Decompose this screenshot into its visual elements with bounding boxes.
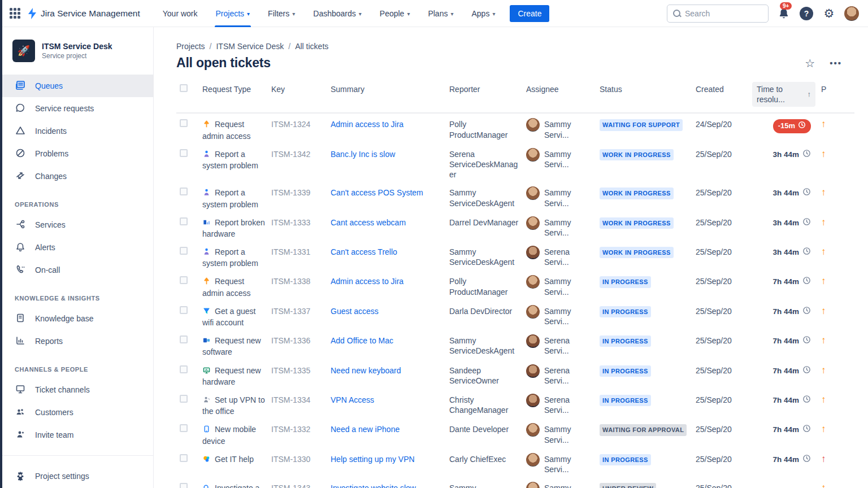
sidebar-item-alerts[interactable]: Alerts [2, 236, 153, 259]
sidebar-section-heading: OPERATIONS [2, 201, 153, 208]
nav-item-dashboards[interactable]: Dashboards ▾ [306, 0, 368, 27]
ticket-summary-link[interactable]: Admin access to Jira [331, 277, 403, 286]
search-input[interactable] [685, 9, 762, 18]
sidebar-item-queues[interactable]: Queues [2, 75, 153, 97]
status-badge[interactable]: WORK IN PROGRESS [600, 188, 674, 199]
ticket-summary-link[interactable]: Can't access POS System [331, 188, 423, 197]
column-header-p[interactable]: P [821, 84, 840, 94]
ticket-summary-link[interactable]: Investigate website slow response [331, 483, 416, 488]
row-checkbox[interactable] [180, 424, 188, 432]
ticket-summary-link[interactable]: Help setting up my VPN [331, 455, 415, 464]
column-header-reporter[interactable]: Reporter [449, 84, 526, 94]
table-row[interactable]: Report a system problem ITSM-1331 Can't … [176, 241, 854, 271]
sidebar-item-project-settings[interactable]: Project settings [2, 465, 153, 487]
ticket-summary-link[interactable]: Need a new iPhone [331, 425, 400, 434]
row-checkbox[interactable] [180, 454, 188, 462]
row-checkbox[interactable] [180, 395, 188, 403]
nav-item-projects[interactable]: Projects ▾ [209, 0, 257, 27]
ticket-summary-link[interactable]: Add Office to Mac [331, 336, 393, 345]
row-checkbox[interactable] [180, 483, 188, 488]
ticket-summary-link[interactable]: Banc.ly Inc is slow [331, 150, 395, 159]
app-logo[interactable]: Jira Service Management [27, 8, 140, 19]
project-header[interactable]: 🚀 ITSM Service Desk Service project [2, 40, 153, 62]
table-row[interactable]: Investigate a problem ITSM-1343 Investig… [176, 477, 854, 488]
row-checkbox[interactable] [180, 306, 188, 314]
breadcrumb-link[interactable]: Projects [176, 42, 205, 51]
sidebar-item-service-requests[interactable]: Service requests [2, 97, 153, 120]
status-badge[interactable]: IN PROGRESS [600, 365, 651, 377]
ticket-summary-link[interactable]: Can't access Trello [331, 247, 397, 256]
nav-item-apps[interactable]: Apps ▾ [465, 0, 502, 27]
status-badge[interactable]: IN PROGRESS [600, 395, 651, 406]
ticket-summary-link[interactable]: VPN Access [331, 395, 374, 404]
sidebar-item-on-call[interactable]: On-call [2, 259, 153, 281]
table-row[interactable]: Get a guest wifi account ITSM-1337 Guest… [176, 300, 854, 330]
ticket-summary-link[interactable]: Admin access to Jira [331, 120, 403, 129]
table-row[interactable]: Report broken hardware ITSM-1333 Cant ac… [176, 212, 854, 241]
sidebar-item-customers[interactable]: Customers [2, 401, 153, 424]
breadcrumb-link[interactable]: ITSM Service Desk [216, 42, 284, 51]
table-row[interactable]: Request admin access ITSM-1324 Admin acc… [176, 114, 854, 143]
nav-item-your-work[interactable]: Your work [156, 0, 205, 27]
table-row[interactable]: Request new hardware ITSM-1335 Need new … [176, 360, 854, 389]
nav-item-filters[interactable]: Filters ▾ [261, 0, 302, 27]
row-checkbox[interactable] [180, 336, 188, 343]
select-all-checkbox[interactable] [180, 84, 188, 92]
table-row[interactable]: Report a system problem ITSM-1342 Banc.l… [176, 143, 854, 182]
column-header-time-to-resolu-[interactable]: Time to resolu...↑ [752, 84, 821, 107]
ticket-summary-link[interactable]: Need new keyboard [331, 366, 401, 375]
table-row[interactable]: Get IT help ITSM-1330 Help setting up my… [176, 448, 854, 477]
row-checkbox[interactable] [180, 188, 188, 195]
status-badge[interactable]: UNDER REVIEW [600, 483, 656, 488]
settings-button[interactable]: ⚙ [822, 6, 836, 21]
row-checkbox[interactable] [180, 149, 188, 157]
row-checkbox[interactable] [180, 217, 188, 225]
sidebar-item-ticket-channels[interactable]: Ticket channels [2, 378, 153, 401]
sidebar-item-reports[interactable]: Reports [2, 330, 153, 352]
table-row[interactable]: New mobile device ITSM-1332 Need a new i… [176, 419, 854, 448]
status-badge[interactable]: WAITING FOR SUPPORT [600, 119, 683, 130]
ticket-summary-link[interactable]: Guest access [331, 307, 379, 316]
row-checkbox[interactable] [180, 276, 188, 284]
column-header-summary[interactable]: Summary [331, 84, 449, 94]
nav-item-plans[interactable]: Plans ▾ [421, 0, 460, 27]
sidebar-item-problems[interactable]: Problems [2, 142, 153, 165]
column-header-request-type[interactable]: Request Type [202, 84, 271, 94]
column-header-status[interactable]: Status [600, 84, 696, 94]
status-badge[interactable]: WAITING FOR APPROVAL [600, 424, 687, 435]
sidebar-item-knowledge-base[interactable]: Knowledge base [2, 307, 153, 330]
sidebar-item-invite-team[interactable]: Invite team [2, 424, 153, 446]
app-switcher-icon[interactable] [8, 7, 21, 20]
table-row[interactable]: Set up VPN to the office ITSM-1334 VPN A… [176, 389, 854, 419]
status-badge[interactable]: IN PROGRESS [600, 306, 651, 317]
table-row[interactable]: Report a system problem ITSM-1339 Can't … [176, 182, 854, 211]
star-icon[interactable]: ☆ [805, 56, 815, 70]
sidebar-item-incidents[interactable]: Incidents [2, 120, 153, 142]
nav-item-people[interactable]: People ▾ [373, 0, 417, 27]
status-badge[interactable]: IN PROGRESS [600, 336, 651, 347]
help-button[interactable]: ? [799, 6, 814, 21]
column-header-created[interactable]: Created [696, 84, 752, 94]
row-checkbox[interactable] [180, 365, 188, 373]
table-row[interactable]: Request new software ITSM-1336 Add Offic… [176, 330, 854, 359]
status-badge[interactable]: WORK IN PROGRESS [600, 149, 674, 160]
row-checkbox[interactable] [180, 247, 188, 255]
create-button[interactable]: Create [510, 5, 549, 22]
table-row[interactable]: Request admin access ITSM-1338 Admin acc… [176, 271, 854, 300]
column-header-assignee[interactable]: Assignee [526, 84, 600, 94]
column-header-key[interactable]: Key [271, 84, 331, 94]
more-options-icon[interactable]: ••• [830, 58, 842, 68]
status-badge[interactable]: WORK IN PROGRESS [600, 247, 674, 258]
notifications-button[interactable]: 9+ [776, 6, 791, 21]
sidebar-item-services[interactable]: Services [2, 213, 153, 236]
sidebar-item-changes[interactable]: Changes [2, 165, 153, 188]
assignee-name: Sammy Servi... [544, 149, 594, 169]
row-checkbox[interactable] [180, 119, 188, 127]
status-badge[interactable]: WORK IN PROGRESS [600, 217, 674, 229]
status-badge[interactable]: IN PROGRESS [600, 276, 651, 287]
status-badge[interactable]: IN PROGRESS [600, 454, 651, 465]
search-box[interactable] [667, 5, 769, 23]
user-avatar[interactable] [844, 6, 859, 21]
breadcrumb-link[interactable]: All tickets [295, 42, 328, 51]
ticket-summary-link[interactable]: Cant access webcam [331, 218, 406, 227]
